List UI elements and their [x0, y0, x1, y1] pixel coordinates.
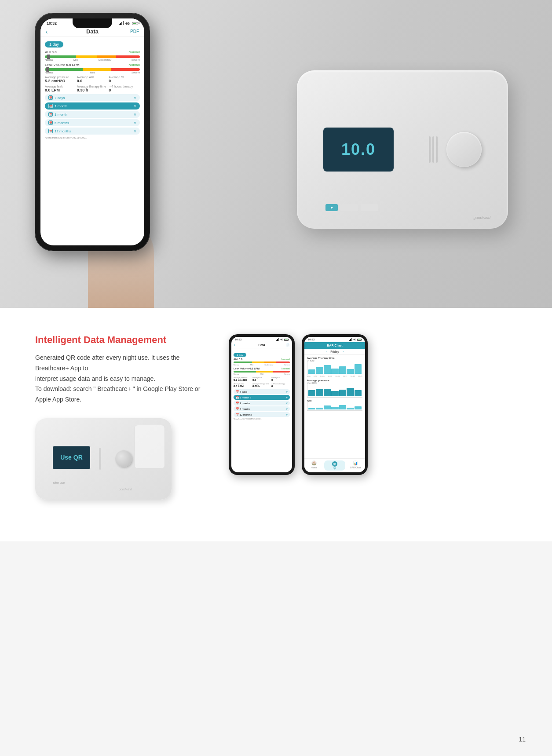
hero-section: 10.0 ▶ goodwind: [0, 0, 552, 308]
phone-content-area: 1 day AHI 0.0 Normal Normal Mild Mo: [40, 37, 144, 142]
nav-home[interactable]: 🏠 Home: [304, 460, 323, 471]
bottom-section: Intelligent Data Management Generated QR…: [0, 308, 552, 541]
phone-mockup: 10:32 4G ‹ Data: [35, 13, 150, 251]
period-1month[interactable]: 📅 1 month ∨: [45, 102, 140, 110]
page-number: 11: [519, 736, 526, 743]
mini-phone-bar-chart: 10:32 4G BAR Chart: [302, 334, 368, 475]
screen-title: Data: [86, 28, 99, 35]
period-12months[interactable]: 📅 12 months ∨: [45, 128, 140, 135]
nav-qr[interactable]: ⊞ QR: [324, 460, 345, 471]
mini-phone-data: 10:32 4G ‹: [229, 334, 295, 475]
period-6months[interactable]: 📅 6 months ∨: [45, 119, 140, 126]
cpap-small-device: Use QR after use goodwind: [35, 418, 176, 506]
section-description: Generated QR code after every night use.…: [35, 353, 211, 405]
left-content: Intelligent Data Management Generated QR…: [35, 334, 211, 506]
period-7days[interactable]: 📅 7 days ∨: [45, 94, 140, 101]
cpap-screen: 10.0: [323, 128, 394, 172]
nav-bar-chart[interactable]: 📊 BAR Chart: [346, 460, 365, 471]
cpap-device-hero: 10.0 ▶ goodwind: [297, 70, 517, 237]
back-button[interactable]: ‹: [46, 28, 48, 35]
pdf-button[interactable]: PDF: [130, 29, 139, 34]
filter-1day[interactable]: 1 day: [45, 41, 63, 47]
phone-notch: [73, 18, 112, 28]
right-content: 10:32 4G ‹: [229, 334, 517, 475]
section-title: Intelligent Data Management: [35, 334, 211, 346]
period-3months[interactable]: 📅 1 month ∨: [45, 111, 140, 118]
